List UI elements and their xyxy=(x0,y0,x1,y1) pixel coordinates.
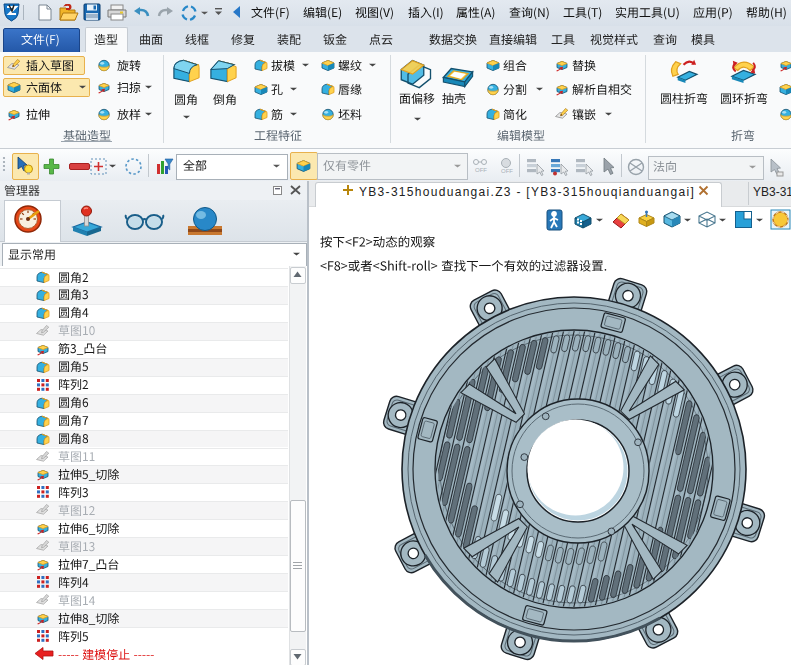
svg-text:OFF: OFF xyxy=(501,168,513,174)
svg-text:OFF: OFF xyxy=(475,167,487,173)
